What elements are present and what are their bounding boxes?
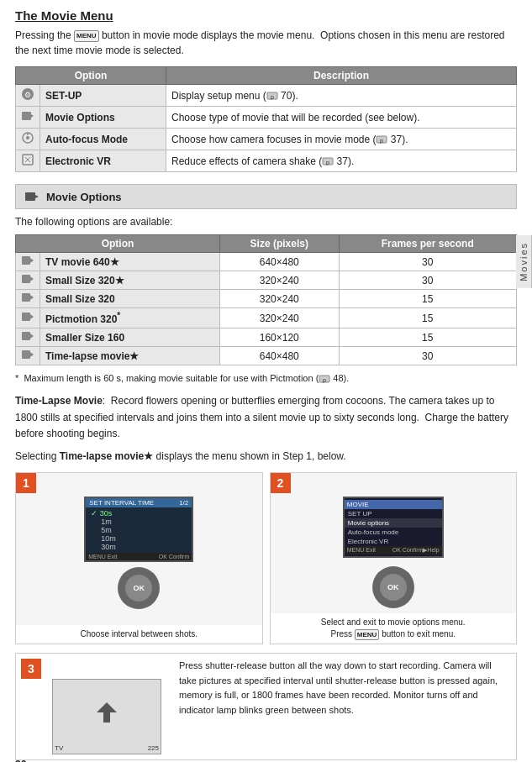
opt-name: Smaller Size 160 <box>40 328 220 347</box>
svg-marker-29 <box>30 352 34 357</box>
svg-rect-20 <box>22 275 30 283</box>
following-options-text: The following options are available: <box>15 216 517 228</box>
svg-text:p: p <box>381 138 384 145</box>
opt-name: Small Size 320★ <box>40 271 220 290</box>
step-2-box: 2 MOVIE SET UP Movie options Auto-focus … <box>270 472 518 644</box>
option-name: Auto-focus Mode <box>40 129 166 150</box>
steps-row-1-2: 1 SET INTERVAL TIME 1/2 ✓ 30s 1m 5m <box>15 472 517 644</box>
screen-title: SET INTERVAL TIME <box>89 499 154 507</box>
table-row: Pictmotion 320* 320×240 15 <box>16 308 517 328</box>
row-icon <box>16 129 40 150</box>
svg-marker-21 <box>30 276 34 281</box>
svg-rect-16 <box>25 192 35 201</box>
screen-footer-left: TV <box>55 744 63 752</box>
row-icon <box>16 150 40 172</box>
movie-options-title: Movie Options <box>46 191 122 203</box>
svg-marker-17 <box>35 195 39 198</box>
main-options-table: Option Description ⚙ SET-UP Display setu… <box>15 66 517 172</box>
row-icon <box>16 253 40 271</box>
svg-rect-22 <box>22 293 30 302</box>
movie-options-header: Movie Options <box>15 184 517 209</box>
svg-rect-26 <box>22 332 30 340</box>
svg-text:⚙: ⚙ <box>24 91 31 99</box>
table-row: Smaller Size 160 160×120 15 <box>16 328 517 347</box>
option-name: Movie Options <box>40 107 166 129</box>
opt-name: Small Size 320 <box>40 290 220 308</box>
table-row: ⚙ SET-UP Display setup menu (p 70). <box>16 85 517 107</box>
screen-item-selected: Movie options <box>345 518 442 528</box>
menu-icon: MENU <box>355 629 380 640</box>
opt-fps: 15 <box>339 328 516 347</box>
row-icon <box>16 328 40 347</box>
step-1-box: 1 SET INTERVAL TIME 1/2 ✓ 30s 1m 5m <box>15 472 263 644</box>
step-3-number: 3 <box>21 659 41 679</box>
svg-marker-25 <box>30 314 34 319</box>
side-label-movies: Movies <box>516 235 532 288</box>
svg-rect-28 <box>22 350 30 359</box>
step1-ok-ring: OK <box>118 567 160 609</box>
step-1-number: 1 <box>16 473 36 493</box>
col-opt: Option <box>16 235 220 253</box>
step2-screen: MOVIE SET UP Movie options Auto-focus mo… <box>343 497 444 558</box>
opt-size: 640×480 <box>219 347 339 365</box>
arrow-down-icon <box>90 696 124 729</box>
step3-description: Press shutter-release button all the way… <box>179 659 511 754</box>
row-icon: ⚙ <box>16 85 40 107</box>
row-icon <box>16 107 40 129</box>
table-row: Movie Options Choose type of movie that … <box>16 107 517 129</box>
screen-page: 1/2 <box>179 499 188 507</box>
option-name: Electronic VR <box>40 150 166 172</box>
svg-rect-24 <box>22 313 30 321</box>
svg-rect-18 <box>22 256 30 265</box>
screen-title: MOVIE <box>347 501 369 508</box>
col-option: Option <box>16 67 166 85</box>
opt-name: Pictmotion 320* <box>40 308 220 328</box>
option-desc: Choose type of movie that will be record… <box>166 107 517 129</box>
opt-fps: 30 <box>339 347 516 365</box>
opt-fps: 30 <box>339 253 516 271</box>
footnote-text: * Maximum length is 60 s, making movie s… <box>15 372 517 385</box>
col-description: Description <box>166 67 517 85</box>
option-desc: Choose how camera focuses in movie mode … <box>166 129 517 150</box>
screen-footer-right: OK Confirm <box>159 554 190 560</box>
opt-fps: 15 <box>339 290 516 308</box>
table-row: Electronic VR Reduce effects of camera s… <box>16 150 517 172</box>
intro-text: Pressing the MENU button in movie mode d… <box>15 28 517 58</box>
screen-footer-right: 225 <box>148 744 159 752</box>
svg-text:p: p <box>326 160 329 166</box>
opt-size: 320×240 <box>219 271 339 290</box>
table-row: TV movie 640★ 640×480 30 <box>16 253 517 271</box>
svg-marker-27 <box>30 334 34 339</box>
table-row: Auto-focus Mode Choose how camera focuse… <box>16 129 517 150</box>
row-icon <box>16 271 40 290</box>
screen-item: 30m <box>89 543 188 551</box>
svg-marker-19 <box>30 258 34 263</box>
opt-size: 320×240 <box>219 308 339 328</box>
page-title: The Movie Menu <box>15 8 517 23</box>
option-desc: Reduce effects of camera shake (p 37). <box>166 150 517 172</box>
option-name: SET-UP <box>40 85 166 107</box>
screen-check: ✓ 30s <box>89 509 188 518</box>
svg-marker-5 <box>31 114 34 118</box>
table-row: Time-lapse movie★ 640×480 30 <box>16 347 517 365</box>
screen-footer-left: MENU Exit <box>88 554 117 560</box>
row-icon <box>16 290 40 308</box>
screen-item: 1m <box>89 518 188 526</box>
screen-footer-right: OK Confirm▶Help <box>392 547 440 554</box>
table-row: Small Size 320 320×240 15 <box>16 290 517 308</box>
svg-point-7 <box>26 136 29 139</box>
table-row: Small Size 320★ 320×240 30 <box>16 271 517 290</box>
step1-caption: Choose interval between shots. <box>16 625 262 644</box>
step2-caption: Select and exit to movie options menu.Pr… <box>271 613 517 644</box>
screen-item: 5m <box>89 526 188 534</box>
timelapse-description: Time-Lapse Movie: Record flowers opening… <box>15 393 517 442</box>
screen-footer-left: MENU Exit <box>347 547 376 554</box>
step-2-number: 2 <box>271 473 291 493</box>
opt-size: 160×120 <box>219 328 339 347</box>
step-3-box: 3 TV 225 Press shutter-release button al… <box>15 653 517 760</box>
screen-item: Electronic VR <box>345 537 442 546</box>
ok-label: OK <box>125 575 152 602</box>
svg-text:p: p <box>323 377 326 384</box>
opt-name: TV movie 640★ <box>40 253 220 271</box>
opt-fps: 30 <box>339 271 516 290</box>
